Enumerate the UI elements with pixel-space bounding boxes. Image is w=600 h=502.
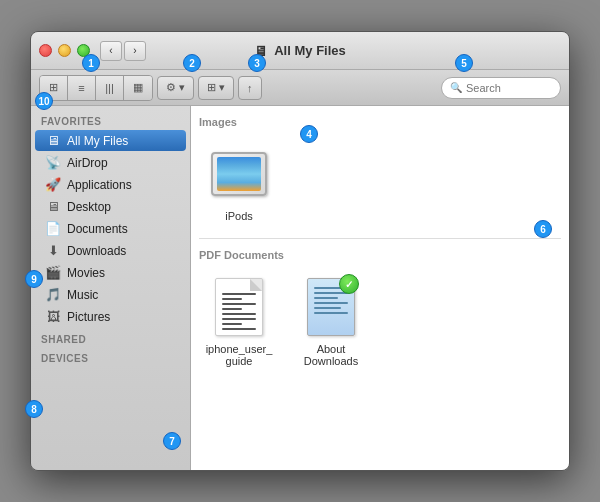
main-area: FAVORITES 🖥 All My Files 📡 AirDrop 🚀 App…: [31, 106, 569, 470]
about-line-5: [314, 307, 341, 309]
action-button[interactable]: ⚙ ▾: [157, 76, 194, 100]
sidebar-item-downloads[interactable]: ⬇ Downloads: [35, 240, 186, 261]
desktop-label: Desktop: [67, 200, 111, 214]
action-chevron: ▾: [179, 81, 185, 94]
iphone-guide-label: iphone_user_guide: [203, 343, 275, 367]
favorites-label: FAVORITES: [31, 110, 190, 129]
pdf-line-8: [222, 328, 256, 330]
sidebar-item-documents[interactable]: 📄 Documents: [35, 218, 186, 239]
share-icon: ↑: [247, 82, 253, 94]
arrange-button[interactable]: ⊞ ▾: [198, 76, 234, 100]
sidebar-item-movies[interactable]: 🎬 Movies: [35, 262, 186, 283]
about-downloads-icon-container: ✓: [307, 278, 355, 336]
sidebar-item-airdrop[interactable]: 📡 AirDrop: [35, 152, 186, 173]
airdrop-icon: 📡: [45, 155, 61, 170]
music-label: Music: [67, 288, 98, 302]
documents-label: Documents: [67, 222, 128, 236]
sidebar-item-all-my-files[interactable]: 🖥 All My Files: [35, 130, 186, 151]
gear-icon: ⚙: [166, 81, 176, 94]
pdf-line-4: [222, 308, 242, 310]
about-downloads-label: About Downloads: [295, 343, 367, 367]
sidebar-item-music[interactable]: 🎵 Music: [35, 284, 186, 305]
pdf-line-1: [222, 293, 256, 295]
search-icon: 🔍: [450, 82, 462, 93]
back-button[interactable]: ‹: [100, 41, 122, 61]
all-my-files-label: All My Files: [67, 134, 128, 148]
downloads-label: Downloads: [67, 244, 126, 258]
documents-icon: 📄: [45, 221, 61, 236]
about-line-3: [314, 297, 338, 299]
list-view-button[interactable]: ≡: [68, 76, 96, 100]
pdf-line-7: [222, 323, 242, 325]
pdf-grid: iphone_user_guide: [199, 271, 561, 371]
pdf-line-5: [222, 313, 256, 315]
search-input[interactable]: [466, 82, 570, 94]
pdf-line-3: [222, 303, 256, 305]
about-line-6: [314, 312, 348, 314]
pdf-section-label: PDF Documents: [199, 247, 561, 263]
sidebar-item-pictures[interactable]: 🖼 Pictures: [35, 306, 186, 327]
section-divider: [199, 238, 561, 239]
title-icon: 🖥: [254, 43, 268, 59]
applications-label: Applications: [67, 178, 132, 192]
maximize-button[interactable]: [77, 44, 90, 57]
all-my-files-icon: 🖥: [45, 133, 61, 148]
about-line-4: [314, 302, 348, 304]
share-button[interactable]: ↑: [238, 76, 262, 100]
title-label: All My Files: [274, 43, 346, 58]
pdf-line-6: [222, 318, 256, 320]
arrange-icon: ⊞: [207, 81, 216, 94]
applications-icon: 🚀: [45, 177, 61, 192]
traffic-lights: [39, 44, 90, 57]
iphone-guide-icon: [215, 278, 263, 336]
pictures-label: Pictures: [67, 310, 110, 324]
view-mode-group: ⊞ ≡ ||| ▦: [39, 75, 153, 101]
music-icon: 🎵: [45, 287, 61, 302]
iphone-guide-icon-wrapper: [207, 275, 271, 339]
file-item-iphone-guide[interactable]: iphone_user_guide: [199, 271, 279, 371]
content-area: Images iPods PDF Documents: [191, 106, 569, 470]
finder-window: ‹ › 🖥 All My Files ⊞ ≡ ||| ▦ ⚙ ▾ ⊞ ▾: [30, 31, 570, 471]
pdf-line-2: [222, 298, 242, 300]
green-badge: ✓: [339, 274, 359, 294]
ipods-icon: [211, 152, 267, 196]
desktop-icon: 🖥: [45, 199, 61, 214]
minimize-button[interactable]: [58, 44, 71, 57]
pdf-corner: [250, 279, 262, 291]
file-item-about-downloads[interactable]: ✓ About Downloads: [291, 271, 371, 371]
sidebar: FAVORITES 🖥 All My Files 📡 AirDrop 🚀 App…: [31, 106, 191, 470]
movies-label: Movies: [67, 266, 105, 280]
ipods-icon-wrapper: [207, 142, 271, 206]
titlebar: ‹ › 🖥 All My Files: [31, 32, 569, 70]
images-section-label: Images: [199, 114, 561, 130]
search-box[interactable]: 🔍: [441, 77, 561, 99]
forward-button[interactable]: ›: [124, 41, 146, 61]
nav-arrows: ‹ ›: [100, 41, 146, 61]
sidebar-item-desktop[interactable]: 🖥 Desktop: [35, 196, 186, 217]
downloads-icon: ⬇: [45, 243, 61, 258]
pictures-icon: 🖼: [45, 309, 61, 324]
column-view-button[interactable]: |||: [96, 76, 124, 100]
movies-icon: 🎬: [45, 265, 61, 280]
icon-view-button[interactable]: ⊞: [40, 76, 68, 100]
about-downloads-icon-wrapper: ✓: [299, 275, 363, 339]
ipods-label: iPods: [225, 210, 253, 222]
images-grid: iPods: [199, 138, 561, 226]
toolbar: ⊞ ≡ ||| ▦ ⚙ ▾ ⊞ ▾ ↑ 🔍: [31, 70, 569, 106]
devices-label: DEVICES: [31, 347, 190, 366]
file-item-ipods[interactable]: iPods: [199, 138, 279, 226]
shared-label: SHARED: [31, 328, 190, 347]
close-button[interactable]: [39, 44, 52, 57]
airdrop-label: AirDrop: [67, 156, 108, 170]
arrange-chevron: ▾: [219, 81, 225, 94]
ipad-screen: [217, 157, 261, 191]
sidebar-item-applications[interactable]: 🚀 Applications: [35, 174, 186, 195]
cover-view-button[interactable]: ▦: [124, 76, 152, 100]
